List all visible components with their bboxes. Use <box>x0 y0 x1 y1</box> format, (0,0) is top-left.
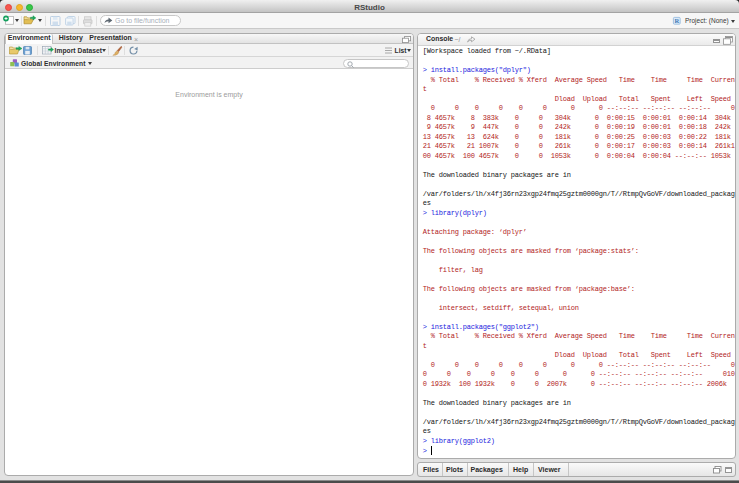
svg-text:R: R <box>674 17 679 24</box>
